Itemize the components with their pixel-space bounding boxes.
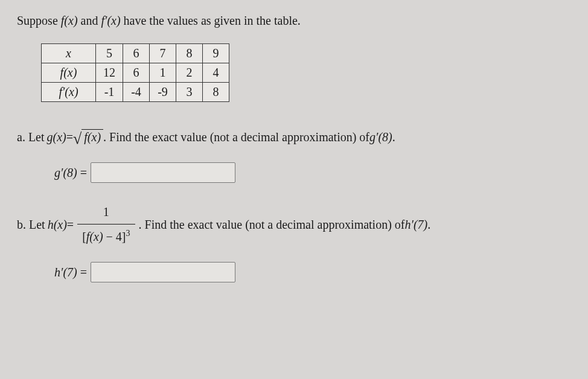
- table-header-x: x: [42, 44, 96, 63]
- sqrt-inner: f(x): [81, 129, 103, 144]
- table-cell: 4: [203, 63, 229, 83]
- table-header-fpx: f′(x): [42, 83, 96, 102]
- table-cell: 3: [176, 83, 203, 102]
- part-a-answer-row: g′(8) =: [54, 162, 571, 183]
- table-row-fpx: f′(x) -1 -4 -9 3 8: [42, 83, 229, 102]
- table-row-x: x 5 6 7 8 9: [42, 44, 229, 63]
- table-cell: 7: [150, 44, 176, 63]
- den-mid: − 4]: [103, 230, 126, 243]
- part-b-lead: b. Let: [17, 214, 45, 235]
- fraction-num: 1: [77, 201, 135, 225]
- table-cell: 2: [176, 63, 203, 83]
- table-cell: 12: [96, 63, 123, 83]
- part-b-answer-eq: =: [80, 266, 87, 279]
- part-b-eq: =: [67, 214, 74, 235]
- part-b-question: b. Let h(x) = 1 [f(x) − 4]3 . Find the e…: [17, 201, 571, 247]
- part-b-answer-lhs: h′(7): [54, 266, 77, 279]
- intro-prefix: Suppose: [17, 14, 61, 27]
- part-a-answer-lhs: g′(8): [54, 166, 77, 179]
- table-row-fx: f(x) 12 6 1 2 4: [42, 63, 229, 83]
- fraction: 1 [f(x) − 4]3: [77, 201, 135, 247]
- den-left: [: [82, 230, 86, 243]
- table-cell: 6: [123, 44, 150, 63]
- table-cell: -4: [123, 83, 150, 102]
- table-cell: 5: [96, 44, 123, 63]
- part-a-eq: =: [66, 126, 73, 148]
- part-a-answer-label: g′(8) =: [54, 166, 87, 180]
- table-cell: -9: [150, 83, 176, 102]
- table-cell: 9: [203, 44, 229, 63]
- table-cell: 8: [176, 44, 203, 63]
- part-b-input[interactable]: [91, 262, 235, 282]
- table-cell: -1: [96, 83, 123, 102]
- part-a-input[interactable]: [91, 162, 235, 183]
- part-b-answer-row: h′(7) =: [54, 262, 571, 282]
- values-table: x 5 6 7 8 9 f(x) 12 6 1 2 4 f′(x) -1 -4 …: [41, 43, 229, 102]
- part-b-tail: . Find the exact value (not a decimal ap…: [139, 214, 405, 235]
- part-a-lead: a. Let: [17, 126, 45, 148]
- table-cell: 6: [123, 63, 150, 83]
- part-a-tail: . Find the exact value (not a decimal ap…: [103, 126, 369, 148]
- part-a-question: a. Let g(x) = √ f(x) . Find the exact va…: [17, 126, 571, 148]
- intro-f: f(x): [61, 14, 78, 27]
- sqrt-expression: √ f(x): [73, 129, 103, 145]
- part-b-hx: h(x): [48, 214, 67, 235]
- part-a-period: .: [392, 126, 395, 148]
- part-b-answer-label: h′(7) =: [54, 266, 87, 279]
- part-a-gx: g(x): [47, 126, 66, 148]
- sqrt-icon: √: [73, 131, 81, 147]
- table-header-fx: f(x): [42, 63, 96, 83]
- part-b-target: h′(7): [405, 214, 428, 235]
- part-a-target: g′(8): [369, 126, 392, 148]
- fraction-den: [f(x) − 4]3: [77, 225, 135, 247]
- part-b-period: .: [427, 214, 430, 235]
- table-cell: 1: [150, 63, 176, 83]
- intro-suffix: have the values as given in the table.: [124, 14, 301, 27]
- den-fx: f(x): [86, 230, 103, 243]
- intro-and: and: [81, 14, 101, 27]
- table-cell: 8: [203, 83, 229, 102]
- intro-fprime: f′(x): [101, 14, 120, 27]
- intro-sentence: Suppose f(x) and f′(x) have the values a…: [17, 12, 571, 29]
- part-a-answer-eq: =: [80, 166, 87, 179]
- den-exp: 3: [126, 229, 130, 238]
